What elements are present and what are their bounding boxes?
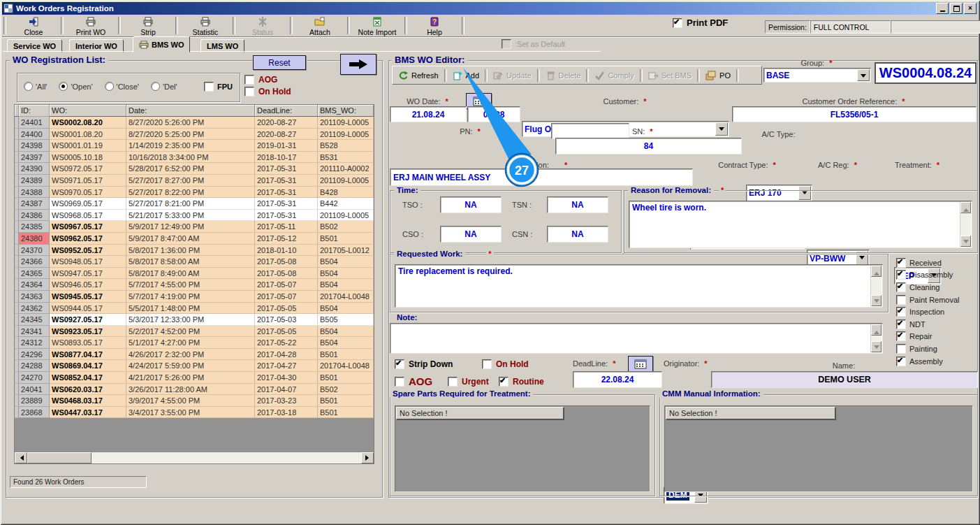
- po-button[interactable]: PO: [701, 69, 735, 82]
- customer-order-ref-input[interactable]: FL5356/05-1: [732, 106, 977, 122]
- horizontal-scrollbar[interactable]: [15, 452, 374, 463]
- requested-work-textarea[interactable]: Tire replacement is required.: [395, 264, 883, 308]
- table-row[interactable]: 24388WS0970.05.175/27/2017 8:22:00 PM201…: [15, 187, 374, 199]
- table-row[interactable]: 24400WS0001.08.208/27/2020 5:25:00 PM202…: [15, 129, 374, 141]
- column-header-bms-wo[interactable]: BMS_WO:: [318, 105, 374, 117]
- checkbox-box[interactable]: [896, 295, 906, 305]
- scroll-down-button[interactable]: [871, 295, 882, 306]
- table-row[interactable]: 24365WS0947.05.175/8/2017 8:49:00 AM2017…: [15, 268, 374, 280]
- transfer-arrow-button[interactable]: [340, 54, 376, 75]
- checkbox-repair[interactable]: Repair: [896, 331, 960, 343]
- statistic-button[interactable]: Statistic: [180, 15, 231, 36]
- checkbox-box[interactable]: [395, 359, 404, 369]
- restore-button[interactable]: [950, 3, 963, 14]
- table-row[interactable]: 23889WS0468.03.173/9/2017 4:55:00 PM2017…: [15, 395, 374, 407]
- checkbox-received[interactable]: Received: [896, 257, 960, 269]
- aog-filter-checkbox[interactable]: AOG: [244, 75, 277, 85]
- refresh-button[interactable]: Refresh: [394, 69, 443, 82]
- attach-button[interactable]: Attach: [294, 15, 346, 36]
- column-header-id[interactable]: ID:: [19, 105, 50, 117]
- table-row[interactable]: 23868WS0447.03.173/4/2017 3:55:00 PM2017…: [15, 407, 374, 419]
- checkbox-paint-removal[interactable]: Paint Removal: [896, 294, 960, 306]
- wo-date-input[interactable]: 21.08.24: [390, 106, 467, 122]
- on-hold-filter-checkbox[interactable]: On Hold: [244, 87, 291, 96]
- checkbox-box[interactable]: [482, 359, 492, 369]
- vertical-scrollbar[interactable]: [870, 266, 882, 306]
- sn-input[interactable]: 84: [555, 138, 742, 154]
- add-button[interactable]: Add: [448, 69, 484, 82]
- radio-del[interactable]: 'Del': [151, 82, 177, 91]
- chevron-down-icon[interactable]: [857, 69, 870, 81]
- scroll-down-button[interactable]: [871, 341, 882, 352]
- note-import-button[interactable]: Note Import: [351, 15, 403, 36]
- close-button[interactable]: Close: [8, 15, 59, 36]
- checkbox-box[interactable]: [673, 18, 682, 28]
- table-row[interactable]: 24387WS0969.05.175/27/2017 8:21:00 PM201…: [15, 198, 374, 210]
- close-window-button[interactable]: ×: [964, 3, 977, 14]
- checkbox-box[interactable]: [896, 258, 906, 268]
- checkbox-box[interactable]: [896, 331, 906, 341]
- tso-input[interactable]: NA: [440, 196, 502, 213]
- table-row[interactable]: 24363WS0945.05.175/7/2017 4:19:00 PM2017…: [15, 291, 374, 303]
- checkbox-box[interactable]: [244, 87, 254, 96]
- table-row[interactable]: 24366WS0948.05.175/8/2017 8:58:00 AM2017…: [15, 256, 374, 268]
- column-header-deadline[interactable]: DeadLine:: [255, 105, 318, 117]
- tab-bms-wo[interactable]: BMS WO: [133, 36, 190, 52]
- table-row[interactable]: 24380WS0962.05.175/9/2017 8:47:00 AM2017…: [15, 233, 374, 245]
- note-textarea[interactable]: [390, 323, 883, 354]
- help-button[interactable]: ? Help: [409, 15, 460, 36]
- routine-checkbox[interactable]: Routine: [499, 377, 544, 387]
- checkbox-box[interactable]: [395, 377, 404, 387]
- checkbox-box[interactable]: [896, 282, 906, 292]
- checkbox-box[interactable]: [499, 377, 509, 387]
- csn-input[interactable]: NA: [547, 226, 608, 243]
- table-row[interactable]: 24270WS0852.04.174/21/2017 5:26:00 PM201…: [15, 372, 374, 384]
- scroll-up-button[interactable]: [871, 266, 882, 277]
- checkbox-box[interactable]: [896, 319, 906, 329]
- vertical-scrollbar[interactable]: [960, 202, 971, 247]
- column-header-date[interactable]: Date:: [126, 105, 255, 117]
- cso-input[interactable]: NA: [440, 226, 502, 243]
- table-row[interactable]: 24345WS0927.05.175/3/2017 12:33:00 PM201…: [15, 314, 374, 326]
- table-row[interactable]: 24296WS0877.04.174/26/2017 2:32:00 PM201…: [15, 349, 374, 361]
- vertical-scrollbar[interactable]: [870, 324, 882, 352]
- table-row[interactable]: 24390WS0972.05.175/28/2017 6:52:00 PM201…: [15, 163, 374, 175]
- table-row[interactable]: 24389WS0971.05.175/27/2017 8:27:00 PM201…: [15, 175, 374, 187]
- print-wo-button[interactable]: Print WO: [65, 15, 117, 36]
- checkbox-box[interactable]: [204, 82, 214, 92]
- checkbox-painting[interactable]: Painting: [896, 343, 960, 355]
- scroll-down-button[interactable]: [960, 236, 971, 247]
- checkbox-box[interactable]: [896, 270, 906, 280]
- checkbox-disassembly[interactable]: Disassembly: [896, 269, 960, 282]
- scroll-up-button[interactable]: [960, 202, 971, 213]
- radio-open[interactable]: 'Open': [59, 82, 92, 91]
- checkbox-box[interactable]: [896, 344, 906, 354]
- table-row[interactable]: 24312WS0893.05.175/1/2017 4:27:00 PM2017…: [15, 337, 374, 349]
- scrollbar-thumb[interactable]: [27, 452, 92, 463]
- scroll-left-button[interactable]: [15, 452, 27, 463]
- minimize-button[interactable]: [936, 3, 949, 14]
- table-row[interactable]: 24385WS0967.05.175/9/2017 12:49:00 PM201…: [15, 221, 374, 233]
- tsn-input[interactable]: NA: [547, 196, 608, 213]
- radio-circle[interactable]: [151, 82, 160, 91]
- checkbox-cleaning[interactable]: Cleaning: [896, 281, 960, 294]
- table-row[interactable]: 24397WS0005.10.1810/16/2018 3:34:00 PM20…: [15, 152, 374, 164]
- on-hold-checkbox[interactable]: On Hold: [482, 359, 529, 369]
- strip-button[interactable]: Strip: [122, 15, 174, 36]
- radio-close[interactable]: 'Close': [105, 82, 139, 91]
- checkbox-box[interactable]: [448, 377, 458, 387]
- deadline-input[interactable]: 22.08.24: [573, 371, 662, 388]
- reset-button[interactable]: Reset: [253, 55, 306, 70]
- urgent-checkbox[interactable]: Urgent: [448, 377, 489, 387]
- pn-search-input[interactable]: [551, 123, 629, 139]
- radio-circle[interactable]: [105, 82, 114, 91]
- table-row[interactable]: 24370WS0952.05.175/8/2017 1:36:00 PM2018…: [15, 245, 374, 257]
- cmm-list-header[interactable]: No Selection !: [666, 407, 835, 419]
- column-header-wo[interactable]: WO:: [50, 105, 126, 117]
- scroll-up-button[interactable]: [871, 324, 882, 336]
- deadline-calendar-button[interactable]: [628, 356, 653, 373]
- strip-down-checkbox[interactable]: Strip Down: [395, 359, 453, 369]
- fpu-checkbox[interactable]: FPU: [204, 82, 233, 92]
- group-select[interactable]: BASE: [763, 68, 871, 82]
- table-row[interactable]: 24401WS0002.08.208/27/2020 5:26:00 PM202…: [15, 117, 374, 129]
